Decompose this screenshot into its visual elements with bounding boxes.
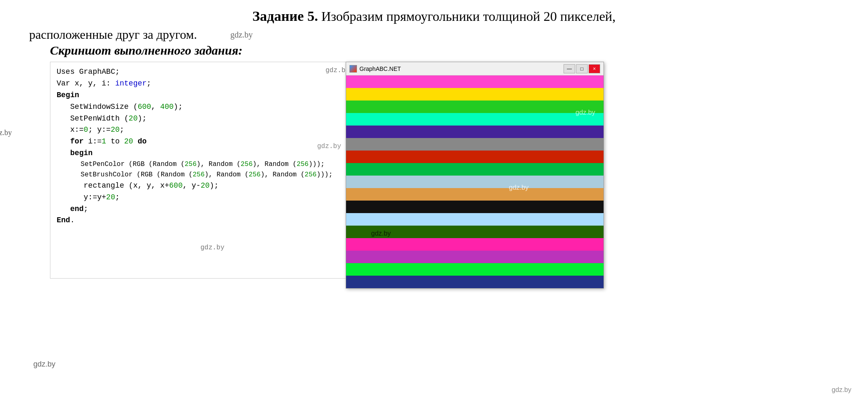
page-content: Задание 5. Изобразим прямоугольники толщ… [0, 0, 868, 287]
watermark-code-mid: gdz.by [317, 141, 341, 152]
watermark-left: gdz.by [0, 128, 12, 137]
code-line-6: x:=0; y:=20; [57, 124, 368, 136]
title-section: Задание 5. Изобразим прямоугольники толщ… [17, 8, 851, 24]
window-controls: — □ × [564, 64, 600, 73]
screenshot-label: Скриншот выполненного задания: [17, 43, 851, 58]
window-title-left: GraphABC.NET [349, 65, 401, 73]
stripe-14 [346, 238, 604, 251]
stripe-17 [346, 276, 604, 288]
subtitle-text: расположенные друг за другом. [29, 28, 197, 42]
stripe-7 [346, 151, 604, 163]
title-bold: Задание 5. [252, 8, 318, 24]
code-line-1: Uses GraphABC; [57, 66, 368, 78]
subtitle-section: расположенные друг за другом. gdz.by [17, 28, 851, 42]
code-line-2: Var x, y, i: integer; [57, 78, 368, 90]
stripe-9 [346, 176, 604, 188]
watermark-canvas-mid: gdz.by [509, 184, 529, 191]
stripe-15 [346, 251, 604, 263]
maximize-button[interactable]: □ [576, 64, 588, 73]
code-line-3: Begin [57, 90, 368, 101]
minimize-button[interactable]: — [564, 64, 575, 73]
stripe-10 [346, 188, 604, 201]
code-line-10: SetBrushColor (RGB (Random (256), Random… [57, 170, 368, 180]
stripe-3 [346, 100, 604, 113]
close-button[interactable]: × [589, 64, 600, 73]
main-content: gdz.by gdz.by Uses GraphABC; Var x, y, i… [17, 62, 851, 279]
watermark-bottom-left: gdz.by [33, 360, 55, 369]
watermark-canvas-left: gdz.by [371, 230, 391, 237]
code-line-14: End. [57, 215, 368, 226]
code-line-12: y:=y+20; [57, 192, 368, 204]
window-title-text: GraphABC.NET [359, 65, 401, 72]
watermark-canvas-right: gdz.by [576, 109, 595, 116]
window-app-icon [349, 65, 357, 73]
code-line-5: SetPenWidth (20); [57, 113, 368, 125]
stripe-12 [346, 213, 604, 226]
code-line-4: SetWindowSize (600, 400); [57, 101, 368, 113]
graphabc-window: GraphABC.NET — □ × gdz.by gdz.by gdz.by [346, 62, 604, 289]
watermark-code-bottom: gdz.by [200, 243, 224, 253]
stripe-6 [346, 138, 604, 151]
canvas-area: gdz.by gdz.by gdz.by [346, 75, 604, 288]
watermark-top-center: gdz.by [230, 30, 253, 40]
stripe-5 [346, 126, 604, 138]
window-titlebar: GraphABC.NET — □ × [346, 62, 604, 75]
watermark-bottom-right: gdz.by [832, 386, 851, 394]
stripe-2 [346, 88, 604, 100]
stripe-8 [346, 163, 604, 176]
stripe-11 [346, 201, 604, 213]
stripe-4 [346, 113, 604, 126]
code-panel: gdz.by Uses GraphABC; Var x, y, i: integ… [50, 62, 375, 279]
title-rest: Изобразим прямоугольники толщиной 20 пик… [321, 9, 616, 24]
code-line-9: SetPenColor (RGB (Random (256), Random (… [57, 159, 368, 170]
code-line-13: end; [57, 204, 368, 215]
stripe-1 [346, 75, 604, 88]
code-line-11: rectangle (x, y, x+600, y-20); [57, 180, 368, 192]
stripe-16 [346, 263, 604, 276]
